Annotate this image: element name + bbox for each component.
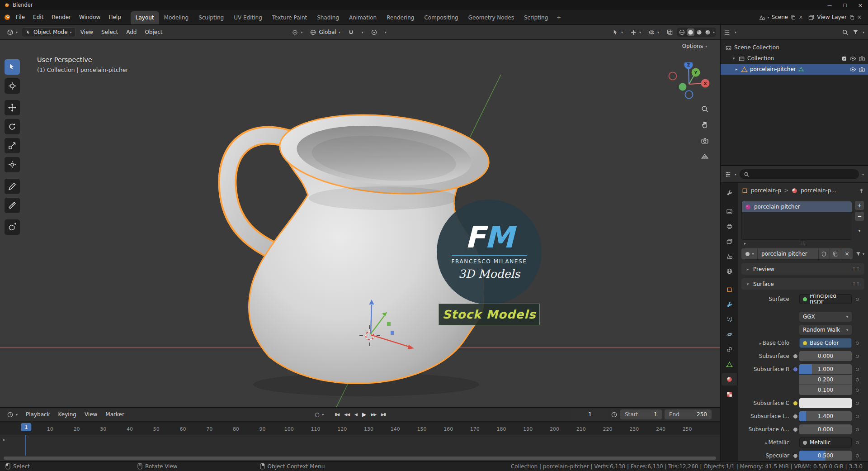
decorator-icon[interactable]: [856, 368, 859, 371]
tab-render[interactable]: [722, 205, 737, 218]
channel-expand-icon[interactable]: ▸: [3, 437, 5, 442]
gizmo-neg-y-ball[interactable]: [679, 83, 687, 91]
new-scene-icon[interactable]: [790, 14, 796, 20]
chevron-down-icon[interactable]: ▾: [735, 30, 736, 34]
add-slot-button[interactable]: +: [855, 201, 864, 210]
preview-range-clock-icon[interactable]: [611, 411, 618, 418]
fake-user-button[interactable]: [819, 248, 830, 259]
workspace-tab[interactable]: Shading: [312, 11, 344, 24]
playhead-line[interactable]: [25, 435, 26, 456]
zoom-icon[interactable]: [701, 105, 709, 113]
subsurface-ior-slider[interactable]: 1.400: [799, 411, 852, 421]
tab-texture[interactable]: [722, 388, 737, 400]
view-layer-selector[interactable]: View Layer ×: [806, 14, 863, 21]
ortho-switch-icon[interactable]: [701, 152, 709, 161]
decorator-icon[interactable]: [856, 415, 859, 418]
topbar-menu-item[interactable]: File: [12, 14, 29, 20]
timeline-tracks[interactable]: ▸: [0, 435, 720, 461]
workspace-tab[interactable]: UV Editing: [229, 11, 267, 24]
properties-editor-icon[interactable]: [725, 171, 731, 178]
copy-material-button[interactable]: [830, 248, 841, 259]
measure-tool[interactable]: [5, 198, 20, 213]
auto-keying-button[interactable]: ○: [313, 410, 321, 419]
transform-tool[interactable]: [5, 157, 20, 172]
tab-output[interactable]: [722, 220, 737, 233]
editor-type-button[interactable]: ▾: [4, 28, 21, 37]
workspace-tab[interactable]: Animation: [344, 11, 382, 24]
blender-menu-icon[interactable]: [3, 13, 11, 21]
list-resize-grip[interactable]: ▸ ⠿⠿: [738, 240, 868, 247]
sss-method-dropdown[interactable]: Random Walk ▾: [799, 325, 852, 335]
proportional-edit-toggle[interactable]: [368, 28, 381, 37]
tab-material[interactable]: [722, 373, 737, 385]
timeline-menu-item[interactable]: Marker: [101, 411, 128, 418]
subsurface-radius-r-slider[interactable]: 1.000: [799, 364, 852, 374]
shading-solid-icon[interactable]: [687, 29, 694, 36]
pan-hand-icon[interactable]: [701, 121, 709, 129]
subsurface-color-swatch[interactable]: [799, 398, 852, 408]
selectability-dropdown[interactable]: ▾: [609, 28, 626, 37]
tab-view-layer[interactable]: [722, 235, 737, 247]
tab-world[interactable]: [722, 265, 737, 277]
next-keyframe-button[interactable]: ▶▶: [369, 411, 378, 418]
viewport-canvas[interactable]: User Perspective (1) Collection | porcel…: [0, 40, 720, 407]
move-tool[interactable]: [5, 100, 20, 115]
decorator-icon[interactable]: [856, 428, 859, 431]
chevron-down-icon[interactable]: ▾: [863, 30, 864, 34]
gizmo-neg-x-ball[interactable]: [669, 72, 677, 80]
subsurface-radius-b-slider[interactable]: 0.100: [799, 385, 852, 395]
viewport-menu-item[interactable]: View: [76, 29, 97, 35]
decorator-icon[interactable]: [856, 355, 859, 358]
decorator-icon[interactable]: [856, 298, 859, 301]
timeline-menu-item[interactable]: Playback: [22, 411, 54, 418]
scale-tool[interactable]: [5, 138, 20, 153]
topbar-menu-item[interactable]: Help: [104, 14, 125, 20]
workspace-tab[interactable]: Rendering: [382, 11, 419, 24]
filter-dropdown-icon[interactable]: ▾: [862, 172, 864, 176]
chevron-down-icon[interactable]: ▾: [735, 172, 736, 176]
frame-start-field[interactable]: Start 1: [620, 409, 662, 419]
decorator-icon[interactable]: [856, 402, 859, 405]
decorator-icon[interactable]: [856, 378, 859, 381]
shading-material-icon[interactable]: [696, 29, 703, 36]
scene-selector[interactable]: ▾ Scene ×: [757, 14, 805, 21]
overlays-dropdown[interactable]: ▾: [645, 28, 662, 37]
proportional-falloff-dropdown[interactable]: ▾: [382, 29, 390, 36]
maximize-button[interactable]: □: [837, 0, 853, 10]
surface-shader-button[interactable]: Principled BSDF: [799, 294, 852, 304]
preview-panel-header[interactable]: ▸ Preview ⠿⠿: [741, 263, 864, 275]
material-filter-dropdown[interactable]: ▾: [855, 251, 864, 257]
filter-funnel-icon[interactable]: [852, 29, 859, 36]
topbar-menu-item[interactable]: Render: [47, 14, 75, 20]
shading-mode-switch[interactable]: ▾: [677, 28, 716, 37]
workspace-tab[interactable]: Sculpting: [193, 11, 229, 24]
base-color-link[interactable]: Base Color: [799, 338, 852, 348]
decorator-icon[interactable]: [856, 441, 859, 444]
specular-slider[interactable]: 0.500: [799, 451, 852, 461]
tab-particles[interactable]: [722, 313, 737, 326]
frame-end-field[interactable]: End 250: [665, 409, 712, 419]
play-button[interactable]: ▶: [360, 410, 368, 419]
gizmo-neg-z-ball[interactable]: [685, 91, 693, 99]
gizmos-dropdown[interactable]: ▾: [627, 28, 644, 37]
annotate-tool[interactable]: [5, 179, 20, 194]
prev-keyframe-button[interactable]: ◀◀: [342, 411, 351, 418]
material-slot-item[interactable]: porcelain-pitcher: [742, 201, 852, 212]
new-view-layer-icon[interactable]: [849, 14, 855, 20]
decorator-icon[interactable]: [856, 389, 859, 392]
exclude-checkbox-icon[interactable]: [841, 56, 847, 62]
disable-render-camera-icon[interactable]: [859, 66, 865, 73]
timeline-scrollbar[interactable]: [4, 457, 716, 460]
outliner-row-object[interactable]: ▸ porcelain-pitcher: [721, 64, 868, 75]
camera-view-icon[interactable]: [701, 137, 709, 145]
unlink-scene-icon[interactable]: ×: [798, 14, 803, 20]
tab-physics[interactable]: [722, 328, 737, 341]
snap-settings-dropdown[interactable]: ▾: [359, 29, 367, 36]
expand-icon[interactable]: ▸: [743, 241, 748, 246]
properties-search-input[interactable]: [740, 169, 859, 179]
add-cube-tool[interactable]: [5, 219, 20, 235]
shading-rendered-icon[interactable]: [704, 29, 712, 36]
snap-toggle[interactable]: [344, 28, 358, 37]
unlink-material-button[interactable]: ×: [841, 248, 853, 259]
transform-pivot-button[interactable]: ▾: [288, 28, 306, 37]
